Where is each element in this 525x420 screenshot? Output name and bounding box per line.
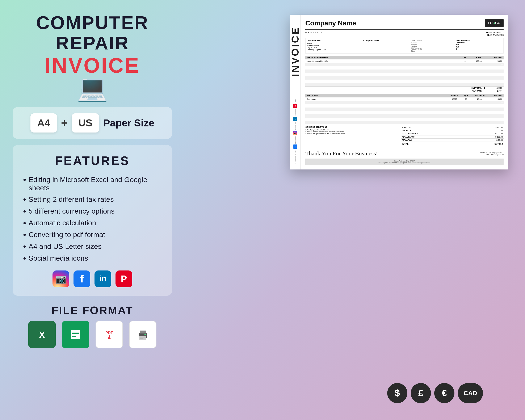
invoice-document: INVOICE Pinterest P linkedin in instagra…	[290, 15, 508, 169]
make-model-value: DELL-INSPIRON	[456, 39, 502, 42]
customer-info-section: Customer INFO Name Street Address City, …	[307, 39, 362, 52]
company-name-footer: Your Company Name	[480, 153, 504, 156]
table-row: -	[305, 63, 504, 66]
table-row: -	[305, 80, 504, 83]
feature-item: A4 and US Letter sizes	[23, 241, 162, 252]
printer-icon	[129, 321, 156, 348]
recovery-value: 2	[456, 48, 502, 50]
svg-rect-11	[109, 335, 110, 338]
pinterest-side-icon[interactable]: P	[293, 104, 297, 108]
facebook-side-icon[interactable]: f	[293, 144, 297, 149]
adaptor-label: Adaptor	[411, 44, 454, 46]
table-row: -	[305, 114, 504, 118]
paper-size-box: A4 + US Paper Size	[13, 107, 172, 139]
services-taxrate-row: TAX RATE 5.00%	[305, 89, 504, 93]
pound-badge: £	[411, 383, 431, 403]
invoice-main-content: Company Name LO O GO INVOICE # 1234 DATE	[301, 15, 508, 169]
company-name: Company Name	[305, 19, 356, 27]
svg-text:PDF: PDF	[105, 331, 113, 335]
pinterest-label: Pinterest	[294, 96, 296, 103]
desc-item-2: 2. Please include the invoice number on …	[305, 131, 399, 133]
linkedin-label: linkedin	[294, 109, 296, 116]
excel-icon: X	[28, 321, 56, 348]
linkedin-icon[interactable]: in	[94, 271, 111, 287]
euro-badge: €	[434, 383, 454, 403]
amount-col-header: AMOUNT	[487, 56, 502, 59]
table-row: -	[305, 108, 504, 111]
other-value	[456, 50, 502, 52]
instagram-side-icon[interactable]: 📷	[293, 131, 297, 135]
facebook-icon[interactable]: f	[74, 271, 90, 287]
computer-info-section: Computer INFO	[363, 39, 409, 52]
table-row: -	[305, 76, 504, 80]
computer-label: Computer INFO	[363, 39, 409, 42]
table-row: Labor: 3 hours at $100/hr 2 100.00 200.0…	[305, 59, 504, 63]
table-row: -	[305, 66, 504, 69]
dollar-badge: $	[387, 383, 407, 403]
descriptions-box: OTHER DE SCRIPTIONS 1. Total payment due…	[305, 126, 399, 146]
feature-item: Converting to pdf format	[23, 229, 162, 241]
battery-label: Battery	[411, 46, 454, 48]
feature-item: Social media icons	[23, 252, 162, 264]
features-title: FEATURES	[23, 153, 162, 168]
svg-point-18	[144, 334, 146, 335]
feature-item: Automatic calculation	[23, 217, 162, 229]
pdf-icon: PDF	[95, 321, 123, 348]
main-title: COMPUTER REPAIR	[13, 13, 172, 53]
other-label: Other	[411, 50, 454, 52]
feature-item: Setting 2 different tax rates	[23, 194, 162, 205]
feature-list: Editing in Microsoft Excel and Google sh…	[23, 174, 162, 264]
svg-rect-4	[72, 332, 79, 332]
pinterest-icon[interactable]: P	[115, 271, 132, 287]
a4-badge: A4	[30, 113, 57, 132]
customer-label: Customer INFO	[307, 39, 362, 42]
linkedin-side-icon[interactable]: in	[293, 117, 297, 121]
descriptions-header: OTHER DE SCRIPTIONS	[305, 126, 399, 128]
svg-rect-3	[71, 330, 80, 339]
services-subtotal-row: SUBTOTAL $ 200.00	[305, 86, 504, 89]
invoice-vertical-title: INVOICE	[290, 27, 301, 77]
desc-item-1: 1. Total payment due in 30 days	[305, 129, 399, 131]
plus-sign: +	[61, 117, 67, 129]
adaptor-value: YES	[456, 44, 502, 46]
computer-specs-section: Make / Model DELL-INSPIRON Serial # F565…	[411, 39, 502, 52]
svg-rect-7	[72, 336, 76, 337]
parts-table: PART NAME PART # QTY UNIT PRICE AMOUNT S…	[305, 94, 504, 124]
rate-col-header: RATE	[471, 56, 487, 59]
invoice-number-value: 1234	[317, 31, 321, 36]
table-row: -	[305, 83, 504, 86]
battery-value: YES	[456, 46, 502, 48]
date-value: 10/25/2023	[493, 31, 504, 34]
unitprice-col-header: UNIT PRICE	[471, 94, 488, 97]
logo-badge: LO O GO	[485, 19, 504, 27]
taxrate-row: TAX RATE 7.00%	[401, 129, 504, 132]
recovery-label: Rcovery CD's	[411, 48, 454, 50]
footer-phone: Phone: (000) 000-0000 Fax: (000) 000-000…	[307, 162, 502, 164]
facebook-label: facebook	[294, 136, 296, 144]
instagram-icon[interactable]: 📷	[53, 271, 69, 287]
total-parts-row: TOTAL PARTS $ 150.00	[401, 135, 504, 139]
us-badge: US	[72, 113, 99, 132]
due-label: DUE	[488, 34, 492, 36]
table-row: -	[305, 101, 504, 104]
grand-total-row: TOTAL $ 370.50	[401, 142, 504, 146]
parts-amount-col-header: AMOUNT	[488, 94, 502, 97]
file-format-title: FILE FORMAT	[13, 304, 172, 317]
svg-rect-17	[140, 338, 143, 338]
due-value: 11/25/2023	[493, 34, 504, 36]
qty-col-header: QTY	[461, 94, 471, 97]
left-panel: COMPUTER REPAIR INVOICE 💻 A4 + US Paper …	[13, 13, 172, 348]
cad-badge: CAD	[458, 383, 483, 403]
footer-address: Street Address, City, ST ZIP	[307, 160, 502, 162]
thank-you-text: Thank You For Your Business!	[305, 150, 378, 157]
svg-rect-16	[140, 337, 146, 337]
serial-value: F56543131	[456, 42, 502, 44]
paper-size-label: Paper Size	[103, 117, 154, 129]
bottom-section: OTHER DE SCRIPTIONS 1. Total payment due…	[305, 126, 504, 146]
invoice-number-label: INVOICE #	[305, 31, 316, 36]
table-row: -	[305, 121, 504, 124]
date-label: DATE	[486, 31, 492, 34]
customer-city: City, ST ZIP	[307, 47, 362, 49]
checks-payable: Make all checks payable to:	[480, 151, 504, 153]
table-row: -	[305, 104, 504, 108]
